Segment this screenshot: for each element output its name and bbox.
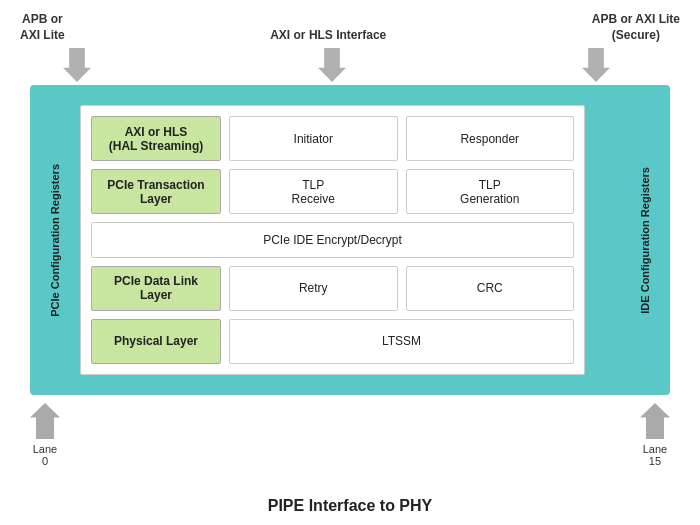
responder-box: Responder <box>406 116 575 161</box>
ide-encrypt-box: PCIe IDE Encrypt/Decrypt <box>91 222 574 258</box>
label-apb-left: APB orAXI Lite <box>20 12 65 43</box>
arrow-apb-left <box>63 48 91 82</box>
lane-right: Lane15 <box>640 403 670 467</box>
row-ide-encrypt: PCIe IDE Encrypt/Decrypt <box>91 222 574 258</box>
tlp-receive-box: TLPReceive <box>229 169 398 214</box>
arrow-axi-center <box>318 48 346 82</box>
lane-right-label: Lane15 <box>643 443 667 467</box>
row-physical: Physical Layer LTSSM <box>91 319 574 364</box>
row-transaction: PCIe TransactionLayer TLPReceive TLPGene… <box>91 169 574 214</box>
label-transaction: PCIe TransactionLayer <box>91 169 221 214</box>
content-physical: LTSSM <box>229 319 574 364</box>
arrow-lane-right <box>640 403 670 439</box>
label-axi-center: AXI or HLS Interface <box>270 28 386 44</box>
label-data-link: PCIe Data LinkLayer <box>91 266 221 311</box>
content-axi-hls: Initiator Responder <box>229 116 574 161</box>
side-label-left: PCIe Configuration Registers <box>30 85 80 395</box>
row-axi-hls: AXI or HLS(HAL Streaming) Initiator Resp… <box>91 116 574 161</box>
content-transaction: TLPReceive TLPGeneration <box>229 169 574 214</box>
arrow-apb-right <box>582 48 610 82</box>
ltssm-box: LTSSM <box>229 319 574 364</box>
content-data-link: Retry CRC <box>229 266 574 311</box>
label-axi-hls: AXI or HLS(HAL Streaming) <box>91 116 221 161</box>
ide-config-registers-label: IDE Configuration Registers <box>638 167 652 314</box>
retry-box: Retry <box>229 266 398 311</box>
arrow-lane-left <box>30 403 60 439</box>
pcie-config-registers-label: PCIe Configuration Registers <box>48 164 62 317</box>
crc-box: CRC <box>406 266 575 311</box>
pipe-label: PIPE Interface to PHY <box>0 497 700 515</box>
label-physical: Physical Layer <box>91 319 221 364</box>
lane-left: Lane0 <box>30 403 60 467</box>
initiator-box: Initiator <box>229 116 398 161</box>
side-label-right: IDE Configuration Registers <box>620 85 670 395</box>
diagram-wrapper: APB orAXI Lite AXI or HLS Interface APB … <box>0 0 700 525</box>
bottom-arrows: Lane0 Lane15 <box>30 403 670 467</box>
top-labels: APB orAXI Lite AXI or HLS Interface APB … <box>20 0 680 43</box>
tlp-generation-box: TLPGeneration <box>406 169 575 214</box>
label-apb-right: APB or AXI Lite(Secure) <box>592 12 680 43</box>
row-data-link: PCIe Data LinkLayer Retry CRC <box>91 266 574 311</box>
lane-left-label: Lane0 <box>33 443 57 467</box>
inner-box: AXI or HLS(HAL Streaming) Initiator Resp… <box>80 105 585 375</box>
